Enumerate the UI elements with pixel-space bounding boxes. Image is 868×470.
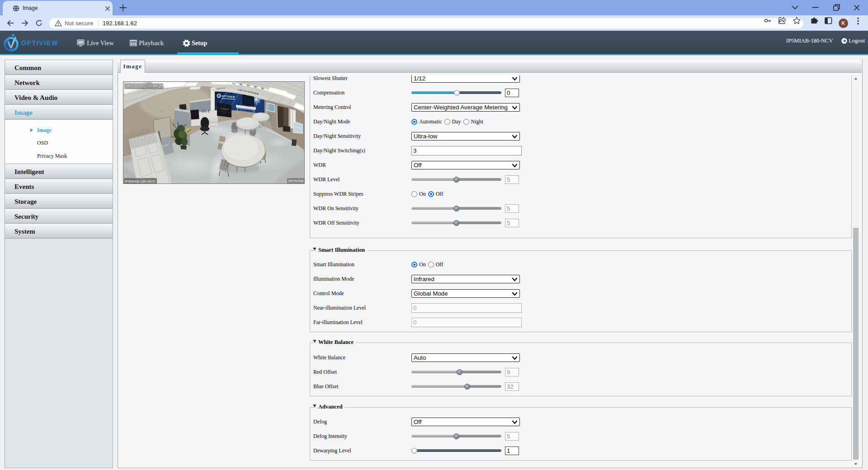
svg-text:05/23/2023 06:44:28: 05/23/2023 06:44:28 xyxy=(126,84,164,89)
svg-text:IP5MIAB-180-NCV: IP5MIAB-180-NCV xyxy=(125,179,156,183)
svg-text:OPTIVIEW: OPTIVIEW xyxy=(288,179,304,183)
